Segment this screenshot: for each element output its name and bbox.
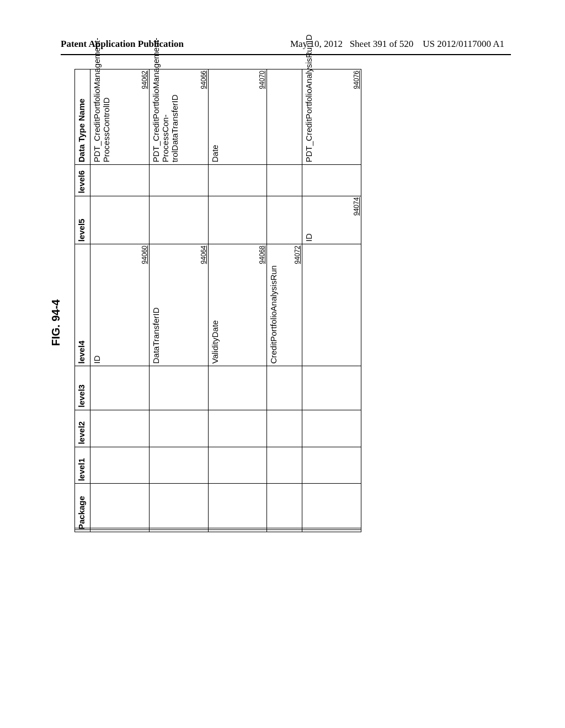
cell-level6 [302, 165, 361, 196]
cell-level1 [267, 447, 302, 484]
cell-package [90, 484, 150, 532]
cell-level2 [267, 410, 302, 447]
table-header-row: Package level1 level2 level3 level4 leve… [75, 69, 90, 532]
col-level5: level5 [75, 196, 90, 244]
col-level2: level2 [75, 410, 90, 447]
cell-level2 [149, 410, 208, 447]
cell-level4: DataTransferID 94064 [149, 244, 208, 366]
cell-level2 [90, 410, 150, 447]
cell-level1 [149, 447, 208, 484]
cell-level5: ID 94074 [302, 196, 361, 244]
cell-datatype: Date 94070 [208, 69, 267, 165]
cell-level4: ValidityDate 94068 [208, 244, 267, 366]
cell-package [267, 484, 302, 532]
cell-datatype: PDT_CreditPortfolioManagement-ProcessCon… [149, 69, 208, 165]
col-package: Package [75, 484, 90, 532]
cell-level2 [208, 410, 267, 447]
cell-level6 [208, 165, 267, 196]
header-rule [61, 54, 511, 55]
cell-level6 [149, 165, 208, 196]
cell-level3 [208, 366, 267, 410]
cell-level1 [208, 447, 267, 484]
ref-number: 94064 [200, 245, 207, 264]
cell-level4 [302, 244, 361, 366]
ref-number: 94070 [258, 71, 266, 89]
cell-level3 [90, 366, 150, 410]
cell-package [302, 484, 361, 532]
schema-table: Package level1 level2 level3 level4 leve… [74, 69, 361, 532]
ref-number: 94060 [141, 245, 148, 264]
cell-level5 [90, 196, 150, 244]
col-level3: level3 [75, 366, 90, 410]
cell-datatype: PDT_CreditPortfolioManagement-ProcessCon… [90, 69, 150, 165]
table-row: CreditPortfolioAnalysisRun 94072 [267, 69, 302, 532]
cell-level3 [149, 366, 208, 410]
table-row: ID 94074 PDT_CreditPortfolioAnalysisRunI… [302, 69, 361, 532]
cell-level4: CreditPortfolioAnalysisRun 94072 [267, 244, 302, 366]
cell-package [208, 484, 267, 532]
ref-number: 94072 [294, 245, 301, 264]
ref-number: 94066 [200, 71, 207, 89]
cell-level1 [302, 447, 361, 484]
cell-level4: ID 94060 [90, 244, 150, 366]
col-level6: level6 [75, 165, 90, 196]
cell-level6 [267, 165, 302, 196]
publication-meta: May 10, 2012 Sheet 391 of 520 US 2012/01… [290, 39, 504, 50]
col-level4: level4 [75, 244, 90, 366]
ref-number: 94062 [141, 71, 148, 89]
page-header: Patent Application Publication May 10, 2… [0, 39, 565, 50]
cell-level5 [149, 196, 208, 244]
cell-level3 [267, 366, 302, 410]
col-datatype: Data Type Name [75, 69, 90, 165]
ref-number: 94068 [258, 245, 266, 264]
cell-datatype [267, 69, 302, 165]
ref-number: 94074 [353, 197, 360, 216]
table-row: ValidityDate 94068 Date 94070 [208, 69, 267, 532]
figure-container: FIG. 94-4 Package level1 level2 level3 l… [50, 113, 513, 532]
ref-number: 94076 [353, 71, 360, 89]
cell-package [149, 484, 208, 532]
figure-label: FIG. 94-4 [50, 113, 62, 532]
cell-level2 [302, 410, 361, 447]
cell-level5 [267, 196, 302, 244]
cell-level5 [208, 196, 267, 244]
table-row: ID 94060 PDT_CreditPortfolioManagement-P… [90, 69, 150, 532]
cell-level6 [90, 165, 150, 196]
cell-level3 [302, 366, 361, 410]
cell-level1 [90, 447, 150, 484]
col-level1: level1 [75, 447, 90, 484]
publication-type: Patent Application Publication [61, 39, 184, 50]
cell-datatype: PDT_CreditPortfolioAnalysisRunID 94076 [302, 69, 361, 165]
table-row: DataTransferID 94064 PDT_CreditPortfolio… [149, 69, 208, 532]
